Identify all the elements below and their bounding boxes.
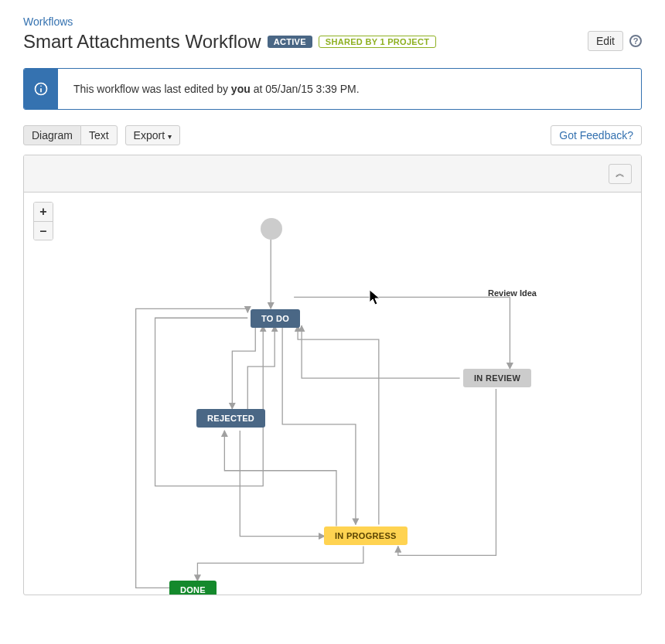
- start-node[interactable]: [261, 218, 282, 240]
- transition-label-review-idea[interactable]: Review Idea: [488, 288, 537, 298]
- header: Smart Attachments Workflow ACTIVE SHARED…: [23, 31, 642, 53]
- svg-point-2: [40, 85, 42, 87]
- shared-badge: SHARED BY 1 PROJECT: [319, 36, 436, 48]
- export-button[interactable]: Export▾: [125, 125, 180, 145]
- node-done[interactable]: DONE: [169, 581, 217, 595]
- header-actions: Edit ?: [588, 31, 642, 51]
- help-icon[interactable]: ?: [629, 35, 642, 47]
- caret-down-icon: ▾: [168, 132, 172, 141]
- feedback-button[interactable]: Got Feedback?: [551, 125, 642, 145]
- breadcrumb-link[interactable]: Workflows: [23, 15, 73, 28]
- toolbar: Diagram Text Export▾ Got Feedback?: [23, 125, 642, 145]
- zoom-controls: + –: [33, 202, 53, 240]
- edit-button[interactable]: Edit: [588, 31, 623, 51]
- node-todo[interactable]: TO DO: [251, 309, 300, 328]
- info-banner: This workflow was last edited by you at …: [23, 68, 642, 110]
- zoom-out-button[interactable]: –: [34, 221, 53, 240]
- node-rejected[interactable]: REJECTED: [196, 409, 265, 428]
- status-badge-active: ACTIVE: [268, 36, 312, 48]
- tab-text[interactable]: Text: [80, 125, 118, 145]
- page-title: Smart Attachments Workflow: [23, 31, 261, 53]
- tab-diagram[interactable]: Diagram: [23, 125, 81, 145]
- workflow-diagram[interactable]: TO DO IN REVIEW REJECTED IN PROGRESS DON…: [24, 193, 641, 595]
- info-text: This workflow was last edited by you at …: [58, 69, 375, 109]
- node-in-review[interactable]: IN REVIEW: [463, 369, 531, 387]
- zoom-in-button[interactable]: +: [34, 203, 53, 221]
- info-icon: [24, 69, 58, 109]
- node-in-progress[interactable]: IN PROGRESS: [324, 526, 408, 545]
- breadcrumb: Workflows: [23, 15, 642, 28]
- diagram-canvas: ︽ + –: [23, 155, 642, 595]
- collapse-button[interactable]: ︽: [609, 164, 632, 184]
- title-group: Smart Attachments Workflow ACTIVE SHARED…: [23, 31, 436, 53]
- toolbar-left: Diagram Text Export▾: [23, 125, 180, 145]
- canvas-toolbar: ︽: [24, 155, 641, 193]
- view-mode-toggle: Diagram Text: [23, 125, 118, 145]
- cursor-icon: [368, 288, 384, 309]
